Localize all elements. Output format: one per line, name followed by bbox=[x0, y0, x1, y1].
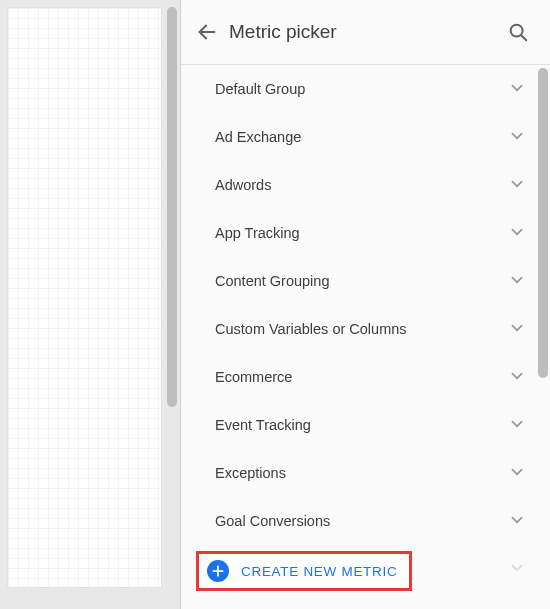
group-label: Content Grouping bbox=[215, 273, 329, 289]
chevron-down-icon bbox=[508, 463, 526, 484]
panel-header: Metric picker bbox=[181, 0, 550, 65]
chevron-down-icon bbox=[508, 319, 526, 340]
plus-icon bbox=[207, 560, 229, 582]
group-row-goal-conversions[interactable]: Goal Conversions bbox=[181, 497, 550, 545]
group-label: Event Tracking bbox=[215, 417, 311, 433]
group-label: App Tracking bbox=[215, 225, 300, 241]
canvas-scrollbar-thumb[interactable] bbox=[167, 7, 177, 407]
panel-scrollbar-thumb[interactable] bbox=[538, 68, 548, 378]
create-new-metric-label: CREATE NEW METRIC bbox=[241, 564, 397, 579]
group-row-adwords[interactable]: Adwords bbox=[181, 161, 550, 209]
chevron-down-icon bbox=[508, 559, 526, 580]
canvas-scrollbar[interactable] bbox=[167, 7, 177, 602]
group-row-custom-variables[interactable]: Custom Variables or Columns bbox=[181, 305, 550, 353]
group-row-exceptions[interactable]: Exceptions bbox=[181, 449, 550, 497]
group-label: Goal Conversions bbox=[215, 513, 330, 529]
chevron-down-icon bbox=[508, 415, 526, 436]
group-label: Ad Exchange bbox=[215, 129, 301, 145]
canvas-grid[interactable] bbox=[7, 7, 162, 588]
chevron-down-icon bbox=[508, 223, 526, 244]
group-row-event-tracking[interactable]: Event Tracking bbox=[181, 401, 550, 449]
group-row-app-tracking[interactable]: App Tracking bbox=[181, 209, 550, 257]
chevron-down-icon bbox=[508, 367, 526, 388]
chevron-down-icon bbox=[508, 127, 526, 148]
group-list: Default Group Ad Exchange Adwords bbox=[181, 65, 550, 609]
back-button[interactable] bbox=[189, 14, 225, 50]
group-label: Default Group bbox=[215, 81, 305, 97]
group-row-content-grouping[interactable]: Content Grouping bbox=[181, 257, 550, 305]
panel-title: Metric picker bbox=[229, 21, 500, 43]
chevron-down-icon bbox=[508, 271, 526, 292]
chevron-down-icon bbox=[508, 175, 526, 196]
metric-picker-panel: Metric picker Default Group Ad Exchange bbox=[180, 0, 550, 609]
group-row-ad-exchange[interactable]: Ad Exchange bbox=[181, 113, 550, 161]
create-new-metric-button[interactable]: CREATE NEW METRIC bbox=[196, 551, 412, 591]
search-button[interactable] bbox=[500, 14, 536, 50]
group-list-container: Default Group Ad Exchange Adwords bbox=[181, 65, 550, 609]
chevron-down-icon bbox=[508, 79, 526, 100]
canvas-pane bbox=[0, 0, 180, 609]
chevron-down-icon bbox=[508, 511, 526, 532]
group-label: Exceptions bbox=[215, 465, 286, 481]
search-icon bbox=[507, 21, 529, 43]
group-label: Custom Variables or Columns bbox=[215, 321, 407, 337]
svg-line-2 bbox=[521, 35, 526, 40]
arrow-left-icon bbox=[196, 21, 218, 43]
group-label: Ecommerce bbox=[215, 369, 292, 385]
group-label: Adwords bbox=[215, 177, 271, 193]
group-row-ecommerce[interactable]: Ecommerce bbox=[181, 353, 550, 401]
group-row-default-group[interactable]: Default Group bbox=[181, 65, 550, 113]
